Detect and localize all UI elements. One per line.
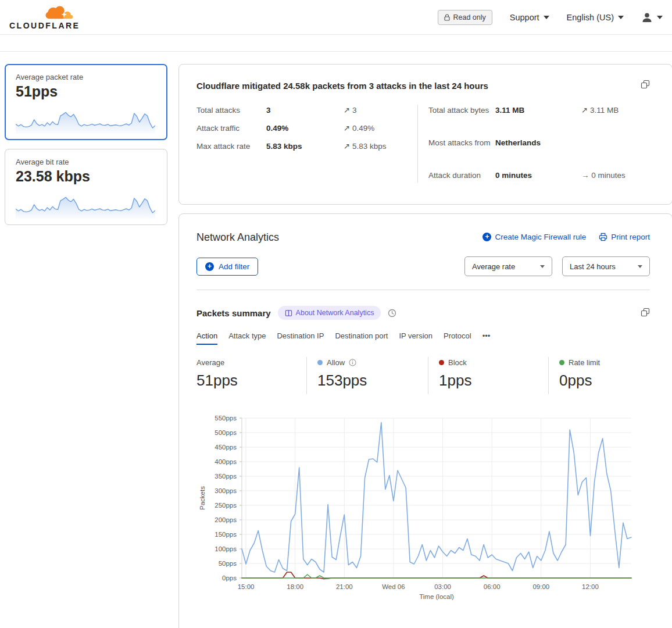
analytics-links: + Create Magic Firewall rule Print repor… [482, 233, 650, 241]
read-only-badge: Read only [438, 10, 492, 25]
network-analytics-title: Network Analytics [196, 231, 279, 244]
svg-text:03:00: 03:00 [434, 583, 451, 590]
svg-text:450pps: 450pps [215, 444, 237, 451]
series-color-dot [439, 360, 444, 365]
metric-select-value: Average rate [472, 262, 515, 271]
metric-sidebar: Average packet rate51ppsAverage bit rate… [5, 64, 167, 225]
chart-controls: Average rate Last 24 hours [464, 256, 650, 276]
stat-value: 3 [266, 105, 344, 116]
stat-value: Netherlands [495, 137, 581, 148]
tab-protocol[interactable]: Protocol [444, 331, 471, 345]
svg-text:15:00: 15:00 [238, 583, 255, 590]
svg-text:Wed 06: Wed 06 [382, 583, 405, 590]
summary-stat-row: Attack duration0 minutes→ 0 minutes [428, 170, 655, 183]
stat-change: ↗ 5.83 kbps [344, 141, 417, 152]
support-menu[interactable]: Support [510, 13, 549, 22]
series-color-dot [559, 360, 564, 365]
svg-text:250pps: 250pps [215, 502, 237, 509]
metric-card-label: Average bit rate [16, 158, 156, 166]
sparkline-chart [16, 188, 155, 219]
plus-circle-icon: + [205, 262, 214, 271]
packet-stat-allow: Allow153pps [306, 357, 428, 394]
packets-summary-section: Packets summary About Network Analytics [179, 290, 672, 609]
stat-label: Attack traffic [196, 123, 266, 134]
metric-card-value: 23.58 kbps [16, 168, 156, 185]
time-range-select[interactable]: Last 24 hours [562, 256, 650, 276]
summary-stats-left: Total attacks3↗ 3Attack traffic0.49%↗ 0.… [196, 105, 417, 183]
summary-stats-right: Total attack bytes3.11 MB↗ 3.11 MBMost a… [417, 105, 655, 183]
svg-text:150pps: 150pps [215, 531, 237, 538]
read-only-label: Read only [453, 13, 486, 22]
svg-text:100pps: 100pps [215, 545, 237, 552]
about-network-analytics-badge[interactable]: About Network Analytics [278, 306, 381, 320]
packet-stat-block: Block1pps [428, 357, 548, 394]
chevron-down-icon [540, 265, 545, 268]
top-header: CLOUDFLARE Read only Support English (US… [0, 0, 672, 35]
print-report-link[interactable]: Print report [599, 233, 650, 241]
info-icon[interactable] [349, 359, 356, 366]
user-icon [641, 12, 653, 23]
series-color-dot [317, 360, 323, 365]
add-filter-button[interactable]: + Add filter [196, 258, 258, 276]
svg-text:50pps: 50pps [219, 560, 237, 567]
tab-destination-ip[interactable]: Destination IP [277, 331, 324, 345]
tab-action[interactable]: Action [196, 331, 217, 345]
metric-card-value: 51pps [16, 83, 156, 100]
svg-text:200pps: 200pps [215, 516, 237, 523]
copy-summary-icon[interactable] [641, 80, 650, 91]
metric-card-average-packet-rate[interactable]: Average packet rate51pps [5, 64, 167, 140]
metric-select[interactable]: Average rate [464, 256, 552, 276]
chevron-down-icon [618, 16, 624, 19]
stat-label: Max attack rate [196, 141, 266, 152]
book-icon [285, 309, 292, 317]
tab-ip-version[interactable]: IP version [399, 331, 432, 345]
plus-circle-icon: + [482, 233, 491, 241]
svg-text:09:00: 09:00 [532, 583, 549, 590]
account-menu[interactable] [641, 12, 663, 23]
network-analytics-header: Network Analytics + Create Magic Firewal… [179, 214, 672, 290]
dimension-tabs: ActionAttack typeDestination IPDestinati… [196, 331, 650, 345]
page-divider [0, 51, 672, 52]
network-analytics-card: Network Analytics + Create Magic Firewal… [178, 213, 672, 628]
packets-line-chart: 0pps50pps100pps150pps200pps250pps300pps3… [196, 413, 656, 607]
summary-title: Cloudflare mitigated 24.58k packets from… [196, 81, 655, 91]
packets-stats-row: Average51ppsAllow153ppsBlock1ppsRate lim… [196, 357, 650, 394]
copy-packets-icon[interactable] [641, 308, 650, 319]
packet-stat-value: 153pps [317, 372, 428, 390]
tabs-more-button[interactable]: ••• [482, 331, 491, 345]
tab-destination-port[interactable]: Destination port [335, 331, 388, 345]
stat-change: ↗ 0.49% [344, 123, 417, 134]
stat-label: Attack duration [428, 170, 495, 181]
tab-attack-type[interactable]: Attack type [228, 331, 266, 345]
svg-text:Time (local): Time (local) [419, 593, 454, 600]
stat-change: → 0 minutes [581, 170, 655, 181]
language-menu[interactable]: English (US) [567, 13, 624, 22]
packet-stat-label: Rate limit [559, 358, 650, 367]
summary-stat-row: Attack traffic0.49%↗ 0.49% [196, 123, 417, 134]
metric-card-average-bit-rate[interactable]: Average bit rate23.58 kbps [5, 149, 167, 225]
packets-summary-title: Packets summary [196, 308, 271, 318]
range-select-value: Last 24 hours [570, 262, 616, 271]
add-filter-label: Add filter [219, 262, 249, 271]
chevron-down-icon [657, 16, 663, 19]
stat-value: 0 minutes [495, 170, 581, 181]
create-magic-firewall-rule-link[interactable]: + Create Magic Firewall rule [482, 233, 586, 241]
summary-stat-row: Max attack rate5.83 kbps↗ 5.83 kbps [196, 141, 417, 152]
svg-text:0pps: 0pps [222, 575, 237, 581]
svg-text:06:00: 06:00 [484, 583, 501, 590]
clock-icon[interactable] [388, 309, 396, 317]
svg-text:Packets: Packets [199, 486, 206, 510]
stat-label: Total attacks [196, 105, 266, 116]
about-badge-label: About Network Analytics [296, 309, 374, 317]
header-actions: Read only Support English (US) [438, 10, 663, 25]
cloudflare-logo[interactable]: CLOUDFLARE [9, 5, 77, 33]
summary-stat-row: Most attacks fromNetherlands [428, 137, 655, 165]
series-rate-limit [242, 575, 631, 578]
svg-text:400pps: 400pps [215, 458, 237, 465]
packet-stat-label: Block [439, 358, 548, 367]
summary-stats: Total attacks3↗ 3Attack traffic0.49%↗ 0.… [196, 105, 655, 183]
packets-chart-container[interactable]: 0pps50pps100pps150pps200pps250pps300pps3… [196, 413, 650, 609]
packet-stat-average: Average51pps [196, 357, 306, 394]
metric-card-label: Average packet rate [16, 73, 156, 81]
packet-stat-rate-limit: Rate limit0pps [548, 357, 650, 394]
